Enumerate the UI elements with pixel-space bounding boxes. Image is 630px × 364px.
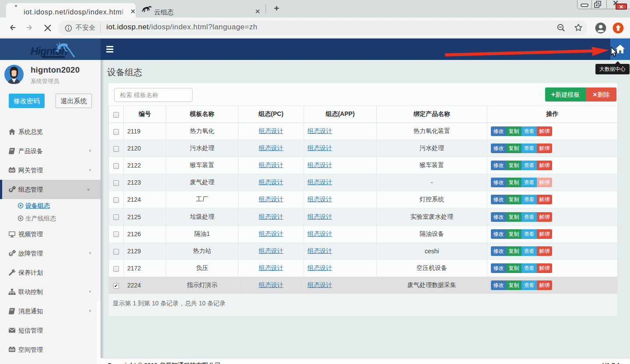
svg-text:Hignton: Hignton bbox=[31, 45, 67, 57]
